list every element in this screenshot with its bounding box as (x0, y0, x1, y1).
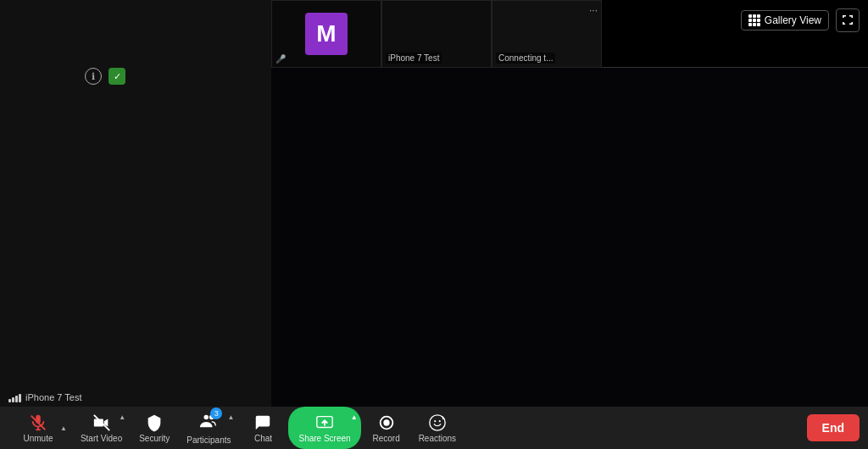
connecting-tile-label: Connecting t... (496, 53, 555, 64)
start-video-label: Start Video (81, 434, 122, 443)
iphone-label-text: iPhone 7 Test (25, 392, 81, 402)
shield-icon[interactable]: ✓ (108, 68, 125, 85)
participants-label: Participants (186, 435, 231, 445)
info-icon[interactable]: ℹ (85, 68, 102, 85)
record-icon (377, 413, 396, 432)
main-video-area (271, 68, 868, 407)
gallery-tile-connecting: Connecting t... ··· (492, 0, 602, 68)
share-screen-icon (315, 413, 334, 432)
top-right-controls: Gallery View (741, 8, 860, 32)
svg-point-9 (383, 419, 389, 425)
camera-icon (92, 413, 111, 432)
iphone-status-bar: iPhone 7 Test (8, 392, 81, 402)
svg-point-5 (204, 414, 209, 419)
gallery-tile-iphone: iPhone 7 Test (381, 0, 492, 68)
unmute-button[interactable]: Unmute (8, 407, 68, 449)
svg-point-11 (434, 420, 436, 422)
info-icons-container: ℹ ✓ (85, 68, 125, 85)
gallery-view-label: Gallery View (765, 14, 821, 26)
participants-chevron[interactable]: ▲ (228, 413, 235, 421)
left-panel: ℹ ✓ (0, 0, 271, 407)
chat-button[interactable]: Chat (237, 407, 288, 449)
svg-point-12 (439, 420, 441, 422)
security-shield-icon (145, 413, 164, 432)
microphone-muted-icon (29, 413, 47, 432)
unmute-label: Unmute (23, 434, 53, 443)
participants-count-badge: 3 (210, 407, 222, 419)
reactions-icon (428, 413, 447, 432)
chat-label: Chat (254, 434, 272, 443)
share-screen-button[interactable]: Share Screen ▲ (288, 407, 360, 449)
reactions-label: Reactions (419, 434, 456, 443)
mic-muted-icon: 🎤 (275, 54, 286, 64)
signal-bars-icon (8, 392, 21, 402)
iphone-tile-label: iPhone 7 Test (386, 53, 442, 64)
share-screen-label: Share Screen (298, 434, 350, 443)
reactions-button[interactable]: Reactions (412, 407, 463, 449)
tile-options-icon[interactable]: ··· (589, 4, 598, 16)
gallery-tile-m: M 🎤 (271, 0, 381, 68)
start-video-button[interactable]: Start Video ▲ (74, 407, 129, 449)
toolbar: Unmute ▲ Start Video ▲ Security 3 Partic… (0, 407, 868, 449)
record-button[interactable]: Record (361, 407, 412, 449)
end-button[interactable]: End (807, 414, 860, 441)
share-chevron[interactable]: ▲ (351, 413, 358, 421)
video-chevron[interactable]: ▲ (119, 413, 125, 421)
participants-button[interactable]: 3 Participants ▲ (180, 407, 237, 449)
gallery-view-button[interactable]: Gallery View (741, 10, 829, 30)
avatar-m: M (305, 13, 348, 55)
security-label: Security (139, 434, 170, 443)
fullscreen-icon (842, 14, 854, 26)
record-label: Record (373, 434, 400, 443)
security-button[interactable]: Security (129, 407, 180, 449)
fullscreen-button[interactable] (836, 8, 860, 32)
chat-icon (253, 413, 272, 432)
grid-icon (748, 14, 760, 26)
unmute-chevron[interactable]: ▲ (60, 424, 67, 432)
